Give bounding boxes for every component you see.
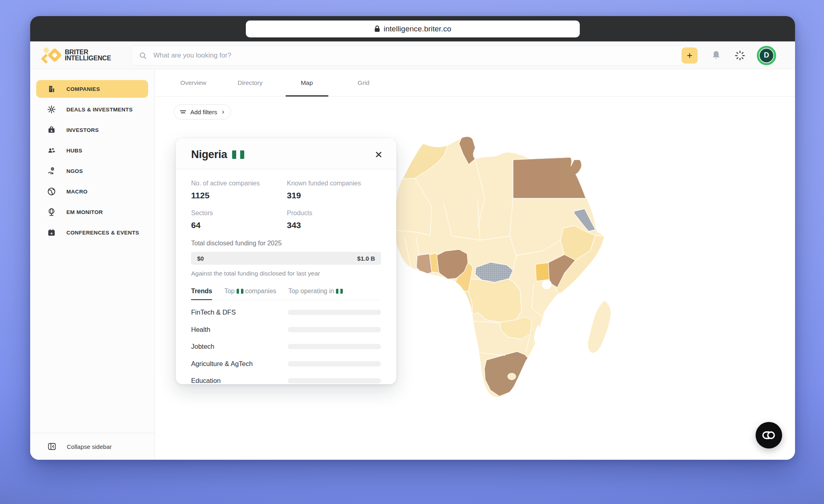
collapse-sidebar-label: Collapse sidebar bbox=[67, 443, 112, 450]
lake-victoria bbox=[542, 280, 552, 289]
add-button[interactable]: + bbox=[682, 47, 698, 64]
map-content: Add filters › bbox=[155, 97, 795, 460]
view-tabs: Overview Directory Map Grid bbox=[155, 69, 795, 97]
tab-grid[interactable]: Grid bbox=[335, 69, 392, 96]
trend-row-fintech: FinTech & DFS bbox=[191, 304, 381, 321]
svg-text:$: $ bbox=[51, 108, 52, 111]
tab-overview[interactable]: Overview bbox=[165, 69, 222, 96]
briter-logo-icon bbox=[42, 47, 60, 63]
lock-icon bbox=[374, 25, 380, 32]
sidebar: COMPANIES $ DEALS & INVESTMENTS $ INVEST… bbox=[30, 69, 155, 460]
close-icon[interactable]: ✕ bbox=[375, 150, 383, 160]
stat-products: Products 343 bbox=[287, 210, 381, 230]
card-tab-top-companies[interactable]: Top companies bbox=[224, 288, 276, 300]
stat-active-companies: No. of active companies 1125 bbox=[191, 180, 287, 200]
tab-directory[interactable]: Directory bbox=[222, 69, 278, 96]
trend-row-education: Education bbox=[191, 372, 381, 389]
sidebar-item-label: NGOS bbox=[66, 168, 83, 174]
card-stats: No. of active companies 1125 Known funde… bbox=[191, 180, 381, 230]
investors-icon: $ bbox=[47, 125, 56, 134]
briter-logo[interactable]: BRITERINTELLIGENCE bbox=[42, 47, 123, 63]
sidebar-item-em-monitor[interactable]: EM MONITOR bbox=[36, 203, 148, 221]
sidebar-item-label: EM MONITOR bbox=[66, 209, 103, 215]
collapse-sidebar-button[interactable]: Collapse sidebar bbox=[30, 433, 154, 460]
trend-list: FinTech & DFS Health Jobtech bbox=[191, 304, 381, 389]
global-search[interactable] bbox=[131, 45, 686, 66]
svg-text:★: ★ bbox=[50, 232, 53, 235]
card-header: Nigeria ✕ bbox=[176, 138, 396, 169]
add-filters-button[interactable]: Add filters › bbox=[174, 104, 231, 119]
loading-spinner-icon bbox=[735, 50, 745, 61]
collapse-sidebar-icon bbox=[47, 442, 57, 451]
notifications-bell-icon[interactable] bbox=[711, 50, 721, 61]
search-input[interactable] bbox=[153, 51, 678, 60]
funding-range-bar: $0 $1.0 B bbox=[191, 252, 381, 265]
trend-bar bbox=[288, 378, 381, 383]
trend-bar bbox=[288, 344, 381, 349]
co-logo-icon bbox=[761, 430, 777, 441]
sidebar-item-label: DEALS & INVESTMENTS bbox=[66, 107, 133, 113]
sidebar-item-hubs[interactable]: HUBS bbox=[36, 142, 148, 159]
sidebar-item-conferences-events[interactable]: ★ CONFERENCES & EVENTS bbox=[36, 224, 148, 241]
tab-map[interactable]: Map bbox=[278, 69, 335, 96]
africa-map bbox=[392, 135, 630, 401]
sidebar-item-ngos[interactable]: $ NGOS bbox=[36, 162, 148, 180]
header-actions: + D bbox=[682, 41, 774, 69]
country-detail-card: Nigeria ✕ No. of active companies 1125 bbox=[176, 138, 396, 384]
sidebar-nav: COMPANIES $ DEALS & INVESTMENTS $ INVEST… bbox=[30, 69, 154, 241]
country-egypt[interactable] bbox=[513, 157, 586, 198]
deals-icon: $ bbox=[47, 105, 56, 114]
funding-label: Total disclosed funding for 2025 bbox=[191, 240, 381, 247]
country-ghana[interactable] bbox=[416, 254, 432, 275]
card-title: Nigeria bbox=[191, 148, 227, 161]
trend-row-jobtech: Jobtech bbox=[191, 338, 381, 355]
hubs-icon bbox=[47, 146, 56, 155]
card-body: No. of active companies 1125 Known funde… bbox=[176, 169, 396, 389]
funding-note: Against the total funding disclosed for … bbox=[191, 270, 381, 277]
briter-logo-text: BRITERINTELLIGENCE bbox=[65, 49, 111, 61]
assistant-launcher-button[interactable] bbox=[756, 422, 782, 448]
stat-sectors: Sectors 64 bbox=[191, 210, 287, 230]
sidebar-item-companies[interactable]: COMPANIES bbox=[36, 80, 148, 98]
trend-bar bbox=[288, 361, 381, 366]
search-icon bbox=[139, 52, 147, 60]
address-bar[interactable]: intelligence.briter.co bbox=[246, 21, 580, 37]
chevron-right-icon: › bbox=[222, 108, 225, 116]
nigeria-flag-icon bbox=[232, 150, 244, 159]
companies-icon bbox=[47, 84, 56, 93]
macro-icon bbox=[47, 187, 56, 196]
conferences-icon: ★ bbox=[47, 228, 56, 237]
card-tab-top-operating[interactable]: Top operating in bbox=[288, 288, 343, 300]
app-header: BRITERINTELLIGENCE + D bbox=[30, 41, 795, 69]
browser-chrome: intelligence.briter.co bbox=[30, 16, 795, 41]
em-monitor-icon bbox=[47, 208, 56, 216]
add-filters-label: Add filters bbox=[190, 109, 217, 115]
filter-icon bbox=[180, 109, 186, 115]
sidebar-item-macro[interactable]: MACRO bbox=[36, 183, 148, 200]
stat-funded-companies: Known funded companies 319 bbox=[287, 180, 381, 200]
funding-min: $0 bbox=[197, 255, 204, 262]
card-tabs: Trends Top companies Top operating in bbox=[191, 288, 381, 300]
sidebar-item-investors[interactable]: $ INVESTORS bbox=[36, 121, 148, 139]
main-panel: Overview Directory Map Grid Add filters … bbox=[155, 69, 795, 460]
ngos-icon: $ bbox=[47, 167, 56, 175]
sidebar-item-deals-investments[interactable]: $ DEALS & INVESTMENTS bbox=[36, 101, 148, 118]
sidebar-item-label: HUBS bbox=[66, 148, 82, 154]
sidebar-item-label: CONFERENCES & EVENTS bbox=[66, 230, 139, 236]
user-avatar[interactable]: D bbox=[759, 48, 774, 63]
country-lesotho[interactable] bbox=[508, 373, 516, 380]
trend-row-health: Health bbox=[191, 321, 381, 338]
trend-row-agriculture: Agriculture & AgTech bbox=[191, 356, 381, 372]
nigeria-flag-icon bbox=[237, 289, 243, 294]
svg-text:$: $ bbox=[51, 129, 53, 133]
trend-bar bbox=[288, 310, 381, 315]
sidebar-item-label: INVESTORS bbox=[66, 127, 99, 133]
country-madagascar[interactable] bbox=[588, 300, 611, 353]
country-uganda[interactable] bbox=[536, 263, 549, 281]
sidebar-item-label: COMPANIES bbox=[66, 86, 100, 92]
browser-window: intelligence.briter.co BRITERINTELLIGENC… bbox=[30, 16, 795, 460]
nigeria-flag-icon bbox=[336, 289, 343, 294]
url-text: intelligence.briter.co bbox=[384, 25, 451, 33]
card-tab-trends[interactable]: Trends bbox=[191, 288, 212, 300]
sidebar-item-label: MACRO bbox=[66, 189, 88, 195]
